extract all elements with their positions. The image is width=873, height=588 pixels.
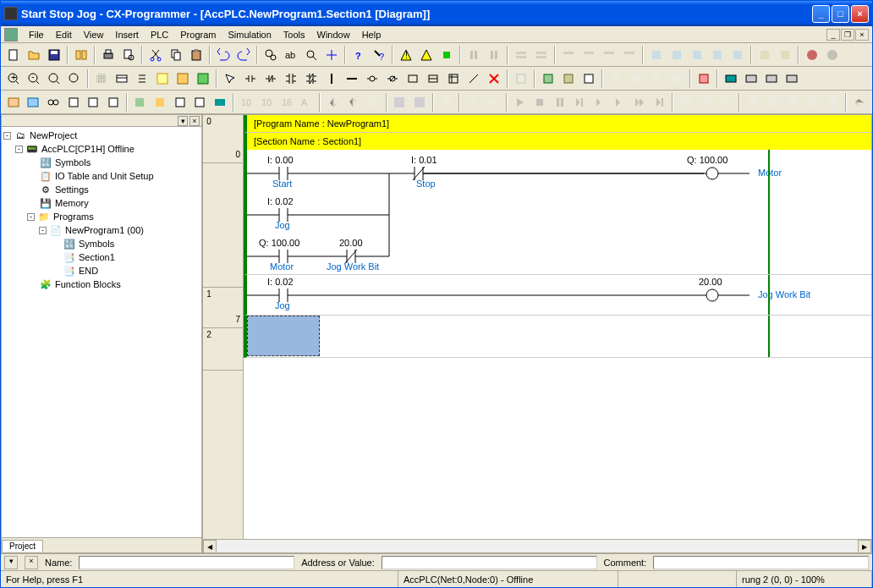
bk-button-2[interactable] <box>697 93 716 112</box>
mod-button-4[interactable] <box>708 46 727 64</box>
step3-button[interactable] <box>611 93 629 112</box>
tree-symbols[interactable]: 🔣Symbols <box>3 156 200 169</box>
cross-ref-button[interactable] <box>322 46 341 64</box>
tr-button-1[interactable] <box>324 93 343 112</box>
open-disk-button[interactable] <box>410 93 429 112</box>
bk-button-6[interactable] <box>783 93 802 112</box>
ladder-button[interactable] <box>173 69 192 88</box>
menu-view[interactable]: View <box>78 28 110 41</box>
debug-button[interactable] <box>190 93 209 112</box>
save-button[interactable] <box>45 46 63 64</box>
transfer-button[interactable] <box>437 46 456 64</box>
pause-button[interactable] <box>551 93 569 112</box>
watch-button-1[interactable] <box>722 69 740 88</box>
bk-button-5[interactable] <box>764 93 782 112</box>
horizontal-button[interactable] <box>343 69 361 88</box>
misc-button-3[interactable] <box>559 69 578 88</box>
menu-edit[interactable]: Edit <box>50 28 78 41</box>
tab-project[interactable]: Project <box>2 540 43 552</box>
menu-help[interactable]: Help <box>356 28 387 41</box>
settings2-icon[interactable] <box>823 46 842 64</box>
menu-program[interactable]: Program <box>174 28 222 41</box>
sfc-button[interactable] <box>194 69 212 88</box>
data-16-button[interactable]: 16 <box>277 93 296 112</box>
zoom-100-button[interactable] <box>65 69 84 88</box>
bk-button-3[interactable] <box>717 93 736 112</box>
warning2-icon[interactable] <box>417 46 436 64</box>
contact-no-button[interactable] <box>241 69 260 88</box>
paste-button[interactable] <box>187 46 206 64</box>
section-button-5[interactable] <box>600 46 618 64</box>
infobar-close-button[interactable]: × <box>25 556 38 569</box>
section-button-3[interactable] <box>559 46 578 64</box>
name-field[interactable] <box>79 556 294 569</box>
find-button[interactable] <box>261 46 280 64</box>
line-button[interactable] <box>464 69 483 88</box>
misc-button-6[interactable] <box>627 69 645 88</box>
monitor-button[interactable] <box>151 93 169 112</box>
sim-button-2[interactable] <box>484 93 502 112</box>
misc-button-5[interactable] <box>607 69 625 88</box>
pause1-button[interactable] <box>464 46 483 64</box>
menu-plc[interactable]: PLC <box>145 28 174 41</box>
end-button[interactable] <box>651 93 669 112</box>
section-button-6[interactable] <box>620 46 639 64</box>
sim-button-1[interactable] <box>464 93 482 112</box>
scroll-right-button[interactable]: ▶ <box>858 540 871 553</box>
contact-nc-button[interactable] <box>261 69 280 88</box>
grid-button[interactable] <box>92 69 111 88</box>
print-button[interactable] <box>99 46 118 64</box>
tr-button-3[interactable] <box>364 93 382 112</box>
data-10s-button[interactable]: 10 <box>257 93 276 112</box>
tree-end[interactable]: 📑END <box>3 264 200 278</box>
coil-nc-button[interactable] <box>383 69 402 88</box>
infobar-collapse-button[interactable]: ▾ <box>4 556 18 569</box>
menu-file[interactable]: File <box>23 28 50 41</box>
misc-button-1[interactable] <box>512 69 530 88</box>
scroll-left-button[interactable]: ◀ <box>203 540 217 553</box>
maximize-button[interactable]: □ <box>832 5 849 23</box>
mod-button-2[interactable] <box>667 46 686 64</box>
mdi-minimize-button[interactable]: _ <box>826 29 840 41</box>
print-preview-button[interactable] <box>119 46 138 64</box>
instruction2-button[interactable] <box>424 69 442 88</box>
bk-button-8[interactable] <box>824 93 843 112</box>
new-button[interactable] <box>4 46 23 64</box>
vertical-button[interactable] <box>322 69 341 88</box>
view-button-2[interactable] <box>25 93 43 112</box>
bk-button-7[interactable] <box>804 93 822 112</box>
tree-root[interactable]: -🗂NewProject <box>3 129 200 142</box>
watch-button-2[interactable] <box>742 69 760 88</box>
play-button[interactable] <box>511 93 530 112</box>
props-button[interactable] <box>113 69 131 88</box>
ladder-area[interactable]: [Program Name : NewProgram1] [Section Na… <box>244 115 871 539</box>
help-button[interactable]: ? <box>349 46 368 64</box>
zoom-fit-button[interactable] <box>45 69 63 88</box>
tree-settings[interactable]: ⚙Settings <box>3 183 200 196</box>
menu-insert[interactable]: Insert <box>109 28 145 41</box>
rung-1[interactable]: I: 0.02 Jog 20.00 Jog Work Bit <box>244 275 871 316</box>
tree-pin-button[interactable]: ▾ <box>178 116 188 126</box>
tree-memory[interactable]: 💾Memory <box>3 196 200 210</box>
rung-2[interactable] <box>244 316 871 358</box>
select-button[interactable] <box>221 69 239 88</box>
fb-button[interactable] <box>444 69 463 88</box>
zoom-out-button[interactable]: - <box>25 69 43 88</box>
bk-button-1[interactable] <box>677 93 695 112</box>
diff-button[interactable] <box>437 93 456 112</box>
menu-tools[interactable]: Tools <box>277 28 311 41</box>
tree-plc[interactable]: -📟AccPLC[CP1H] Offline <box>3 142 200 156</box>
open-button[interactable] <box>25 46 43 64</box>
warning-icon[interactable]: ! <box>397 46 415 64</box>
undo-button[interactable] <box>214 46 233 64</box>
instruction-button[interactable] <box>404 69 422 88</box>
data-button[interactable] <box>695 69 713 88</box>
selected-cell[interactable] <box>247 316 320 356</box>
menu-window[interactable]: Window <box>311 28 356 41</box>
delete-button[interactable] <box>485 69 503 88</box>
project-tree[interactable]: -🗂NewProject -📟AccPLC[CP1H] Offline 🔣Sym… <box>2 127 201 537</box>
step-button[interactable] <box>570 93 589 112</box>
data-ascii-button[interactable]: A <box>297 93 316 112</box>
comment-field[interactable] <box>653 556 869 569</box>
tree-newprogram[interactable]: -📄NewProgram1 (00) <box>3 223 200 237</box>
